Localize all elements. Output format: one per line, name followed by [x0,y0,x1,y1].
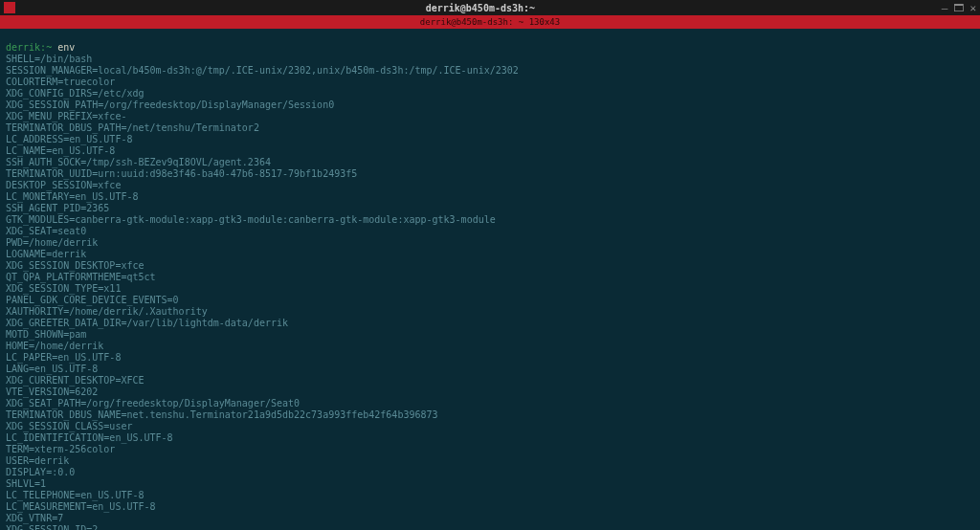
env-variable-line: XDG_MENU_PREFIX=xfce- [6,111,974,122]
env-variable-line: XAUTHORITY=/home/derrik/.Xauthority [6,306,974,318]
terminal-output[interactable]: derrik:~ env SHELL=/bin/bashSESSION_MANA… [0,29,980,530]
env-variable-line: HOME=/home/derrik [6,341,974,352]
env-variable-line: SSH_AGENT_PID=2365 [6,203,974,214]
env-variable-line: DESKTOP_SESSION=xfce [6,180,974,191]
tab-label[interactable]: derrik@b450m-ds3h: ~ 130x43 [420,17,560,27]
env-variable-line: XDG_GREETER_DATA_DIR=/var/lib/lightdm-da… [6,318,974,329]
env-variable-line: VTE_VERSION=6202 [6,386,974,398]
window-controls: — 🗖 ✕ [942,2,976,14]
env-variable-line: MOTD_SHOWN=pam [6,329,974,341]
env-variable-line: COLORTERM=truecolor [6,77,974,88]
env-variable-line: GTK_MODULES=canberra-gtk-module:xapp-gtk… [6,214,974,226]
env-variable-line: SSH_AUTH_SOCK=/tmp/ssh-BEZev9qI8OVL/agen… [6,157,974,168]
env-variable-line: TERMINATOR_UUID=urn:uuid:d98e3f46-ba40-4… [6,168,974,180]
env-variable-line: SHLVL=1 [6,478,974,490]
maximize-button[interactable]: 🗖 [953,2,964,14]
env-variable-line: LC_ADDRESS=en_US.UTF-8 [6,134,974,145]
env-variable-line: LANG=en_US.UTF-8 [6,364,974,375]
env-variable-line: LC_TELEPHONE=en_US.UTF-8 [6,490,974,501]
env-variable-line: XDG_SEAT=seat0 [6,226,974,237]
env-variable-line: TERM=xterm-256color [6,444,974,455]
tab-bar: derrik@b450m-ds3h: ~ 130x43 [0,15,980,29]
minimize-button[interactable]: — [942,2,948,14]
env-variable-line: USER=derrik [6,455,974,467]
env-variable-line: XDG_SESSION_CLASS=user [6,421,974,432]
window-titlebar: derrik@b450m-ds3h:~ — 🗖 ✕ [0,0,980,15]
env-variable-line: XDG_CONFIG_DIRS=/etc/xdg [6,88,974,99]
env-variable-line: LOGNAME=derrik [6,249,974,260]
env-variable-line: TERMINATOR_DBUS_PATH=/net/tenshu/Termina… [6,122,974,134]
prompt-user-host: derrik:~ [6,42,52,53]
env-variable-line: LC_IDENTIFICATION=en_US.UTF-8 [6,432,974,444]
env-variable-line: XDG_SESSION_ID=2 [6,524,974,530]
env-variable-line: PANEL_GDK_CORE_DEVICE_EVENTS=0 [6,295,974,306]
env-variable-line: XDG_VTNR=7 [6,513,974,524]
env-variable-line: XDG_SESSION_DESKTOP=xfce [6,260,974,272]
env-output: SHELL=/bin/bashSESSION_MANAGER=local/b45… [6,54,974,530]
env-variable-line: TERMINATOR_DBUS_NAME=net.tenshu.Terminat… [6,409,974,421]
env-variable-line: SESSION_MANAGER=local/b450m-ds3h:@/tmp/.… [6,65,974,77]
prompt-line: derrik:~ env [6,42,75,53]
env-variable-line: DISPLAY=:0.0 [6,467,974,478]
window-title: derrik@b450m-ds3h:~ [19,3,942,13]
env-variable-line: LC_MEASUREMENT=en_US.UTF-8 [6,501,974,513]
close-button[interactable]: ✕ [969,2,976,14]
env-variable-line: XDG_SEAT_PATH=/org/freedesktop/DisplayMa… [6,398,974,409]
env-variable-line: XDG_CURRENT_DESKTOP=XFCE [6,375,974,386]
env-variable-line: XDG_SESSION_TYPE=x11 [6,283,974,295]
env-variable-line: PWD=/home/derrik [6,237,974,249]
prompt-command: env [52,42,75,53]
env-variable-line: LC_NAME=en_US.UTF-8 [6,145,974,157]
app-icon [4,2,15,13]
env-variable-line: LC_PAPER=en_US.UTF-8 [6,352,974,364]
env-variable-line: XDG_SESSION_PATH=/org/freedesktop/Displa… [6,99,974,111]
env-variable-line: QT_QPA_PLATFORMTHEME=qt5ct [6,272,974,283]
env-variable-line: SHELL=/bin/bash [6,54,974,65]
env-variable-line: LC_MONETARY=en_US.UTF-8 [6,191,974,203]
